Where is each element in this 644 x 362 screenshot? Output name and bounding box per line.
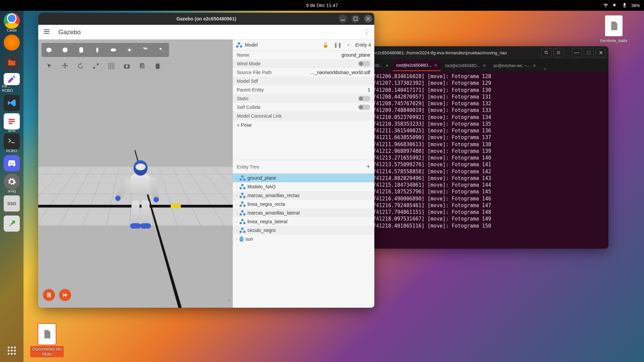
model-icon (239, 201, 246, 207)
volume-icon[interactable] (612, 2, 618, 9)
pause-prop-icon[interactable]: ❚❚ (334, 42, 342, 48)
close-button[interactable] (364, 15, 372, 23)
chevron-right-icon[interactable]: › (236, 228, 237, 232)
prop-label: Source File Path (237, 70, 272, 75)
dock-app-ssd[interactable]: SSD (2, 194, 21, 213)
dock-app-files[interactable] (2, 53, 21, 72)
directional-icon[interactable] (141, 45, 150, 55)
dock-app-reader[interactable]: APR (2, 113, 21, 133)
scale-icon[interactable] (91, 61, 101, 71)
camera-icon[interactable] (122, 61, 131, 71)
close-icon[interactable]: ✕ (483, 63, 486, 68)
svg-rect-28 (49, 293, 51, 297)
search-icon[interactable] (541, 48, 551, 57)
sphere-icon[interactable] (60, 45, 70, 55)
battery-icon[interactable] (622, 2, 627, 9)
chevron-right-icon[interactable]: › (236, 220, 237, 224)
chevron-right-icon[interactable]: › (236, 185, 237, 189)
svg-rect-27 (47, 293, 49, 297)
terminal-output[interactable]: 741206.834616028] [move]: Fotograma 128 … (370, 71, 608, 249)
rotate-icon[interactable] (76, 61, 85, 71)
desktop-file-forntnite[interactable]: forntnite_balls (597, 15, 631, 44)
tree-item[interactable]: ›Modelo_NAO (233, 182, 374, 191)
selfcollide-toggle[interactable] (358, 105, 370, 110)
tree-item[interactable]: ›marcas_amarillas_lateral (233, 208, 374, 217)
tree-item-label: ground_plane (248, 175, 276, 181)
terminal-titlebar[interactable]: e2c650480961: /home/2024-tfg-eva-fernand… (370, 46, 608, 59)
dock-app-trash[interactable] (2, 214, 21, 233)
copy-icon[interactable] (138, 61, 147, 71)
hamburger-icon[interactable] (43, 28, 50, 37)
svg-point-17 (128, 49, 130, 51)
minimize-button[interactable] (339, 15, 347, 23)
tree-item[interactable]: ›marcas_amarillas_rectas (233, 191, 374, 200)
close-icon[interactable]: ✕ (533, 63, 536, 68)
terminal-tab[interactable]: 80...✕ (372, 60, 392, 71)
gazebo-titlebar[interactable]: Gazebo (on e2c650480961) (38, 13, 374, 25)
show-apps-button[interactable] (4, 343, 20, 359)
dock-app-settings[interactable]: amig (2, 174, 21, 193)
paste-icon[interactable] (153, 61, 162, 71)
close-button[interactable]: ✕ (596, 48, 606, 57)
ellipsoid-icon[interactable] (109, 45, 118, 55)
dock-app-firefox[interactable] (2, 33, 21, 52)
terminal-tab[interactable]: pc@evichan-ws: ~...✕ (490, 60, 539, 71)
close-icon[interactable]: ✕ (385, 63, 389, 68)
dock-app-texteditor[interactable]: PR... ROBÓ (2, 73, 21, 93)
chevron-right-icon[interactable]: › (236, 193, 237, 197)
wifi-icon[interactable] (603, 2, 608, 9)
tab-dropdown-icon[interactable]: ⌄ (540, 65, 550, 71)
pause-button[interactable] (43, 289, 55, 301)
step-button[interactable] (59, 289, 71, 301)
desktop-file-documento[interactable]: Documento sin título (30, 324, 64, 357)
tree-item[interactable]: ›circulo_negro (233, 226, 374, 235)
tree-item[interactable]: ›linea_negra_recta (233, 200, 374, 208)
capsule-icon[interactable] (93, 45, 102, 55)
desktop-file-label: forntnite_balls (599, 38, 629, 44)
chevron-right-icon[interactable]: › (236, 202, 237, 206)
chevron-right-icon[interactable]: › (236, 176, 237, 180)
move-icon[interactable] (60, 61, 70, 71)
tree-item-label: marcas_amarillas_rectas (248, 193, 300, 198)
tree-item[interactable]: ›linea_negra_lateral (233, 217, 374, 226)
close-icon[interactable]: ✕ (434, 63, 437, 68)
cylinder-icon[interactable] (76, 45, 86, 55)
terminal-tab[interactable]: root@e2c65048O...✕ (393, 60, 441, 71)
spotlight-icon[interactable] (157, 45, 166, 55)
light-icon (239, 236, 244, 242)
gazebo-3d-viewport[interactable]: ‹ (38, 40, 233, 308)
chevron-right-icon[interactable]: › (236, 211, 237, 215)
chevron-right-icon[interactable]: › (236, 237, 237, 241)
tree-item[interactable]: ›ground_plane (233, 174, 374, 182)
add-prop-icon[interactable]: + (347, 42, 350, 48)
wind-toggle[interactable] (358, 61, 370, 66)
pose-expander[interactable]: + Pose (233, 120, 374, 130)
lock-icon[interactable]: 🔓 (323, 42, 328, 48)
desktop-file-label: Documento sin título (30, 346, 64, 357)
terminal-tab[interactable]: root@e2c65048O...✕ (441, 60, 489, 71)
kebab-menu-icon[interactable]: ⋮ (364, 28, 370, 36)
svg-rect-24 (141, 64, 145, 69)
static-toggle[interactable] (358, 96, 370, 101)
dock-app-vscode[interactable] (2, 93, 21, 113)
add-entity-icon[interactable]: + (366, 163, 370, 171)
dock-app-chrome[interactable]: Carpe (2, 13, 21, 32)
select-icon[interactable] (45, 61, 54, 71)
maximize-button[interactable] (352, 15, 360, 23)
collapse-panel-icon[interactable]: ‹ (228, 297, 230, 303)
svg-rect-15 (96, 48, 98, 53)
tree-item[interactable]: ›sun (233, 235, 374, 243)
maximize-button[interactable]: □ (584, 48, 594, 57)
svg-point-0 (8, 347, 9, 348)
pointlight-icon[interactable] (125, 45, 134, 55)
entity-tree: ›ground_plane›Modelo_NAO›marcas_amarilla… (233, 174, 374, 308)
svg-point-4 (11, 350, 12, 351)
dock-app-discord[interactable] (2, 154, 21, 173)
hamburger-icon[interactable] (553, 48, 564, 57)
tool-toolbar (42, 59, 166, 73)
cube-icon[interactable] (44, 45, 54, 55)
dock-app-terminal[interactable]: ROBO (2, 133, 21, 153)
grid-icon[interactable] (107, 61, 116, 71)
minimize-button[interactable]: — (572, 48, 582, 57)
prop-value: ..._nao/worlds/nao_world.sdf (311, 70, 370, 75)
